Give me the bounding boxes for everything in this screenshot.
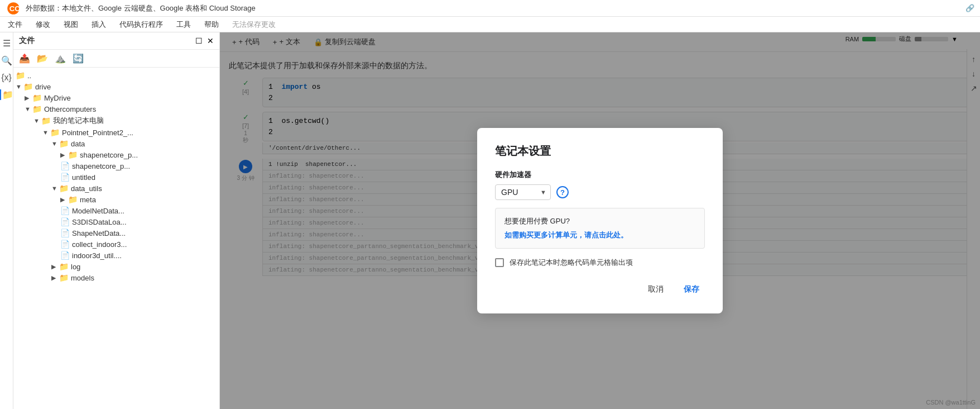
hardware-select[interactable]: 无 GPU TPU: [495, 184, 551, 200]
tree-label-log: log: [71, 263, 80, 271]
tree-label-untitled: untitled: [72, 173, 95, 182]
menu-help[interactable]: 帮助: [202, 18, 221, 31]
sidebar: 文件 ☐ ✕ 📤 📂 ⛰️ 🔄 📁 .. ▼ 📁 drive: [13, 32, 220, 409]
sidebar-tree: 📁 .. ▼ 📁 drive ▶ 📁 MyDrive ▼ 📁 Othercomp…: [13, 68, 219, 409]
shapenetcore2-file-icon: 📄: [60, 161, 70, 170]
tree-item-parent[interactable]: 📁 ..: [13, 70, 219, 81]
tree-label-drive: drive: [35, 83, 51, 91]
tree-arrow-drive: ▼: [16, 83, 23, 90]
tree-item-shapenetcore1[interactable]: ▶ 📁 shapenetcore_p...: [13, 149, 219, 160]
tree-arrow-data: ▼: [51, 140, 59, 147]
collect-file-icon: 📄: [60, 240, 70, 249]
tree-arrow-models: ▶: [51, 274, 59, 282]
menu-edit[interactable]: 修改: [33, 18, 52, 31]
sidebar-close-icon[interactable]: ✕: [207, 36, 214, 45]
tree-arrow-meta: ▶: [60, 196, 68, 203]
tree-label-collect: collect_indoor3...: [72, 240, 127, 249]
tree-item-modelnet[interactable]: 📄 ModelNetData...: [13, 205, 219, 216]
tree-label-mydrive: MyDrive: [44, 94, 71, 102]
menu-tools[interactable]: 工具: [174, 18, 193, 31]
tree-arrow-log: ▶: [51, 263, 59, 270]
tree-arrow-data-utils: ▼: [51, 185, 59, 192]
mydrive-folder-icon: 📁: [32, 93, 42, 102]
content-area: RAM 磁盘 ▼ + + 代码 + + 文本 🔒 复制到云端硬盘: [220, 32, 980, 409]
sidebar-minimize-icon[interactable]: ☐: [195, 36, 203, 45]
modelnet-file-icon: 📄: [60, 206, 70, 215]
hardware-select-wrapper[interactable]: 无 GPU TPU ▼: [495, 184, 551, 200]
tree-label-models: models: [71, 274, 94, 282]
tree-arrow-pointnet: ▼: [42, 129, 50, 136]
top-bar-title: 外部数据：本地文件、Google 云端硬盘、Google 表格和 Cloud S…: [26, 3, 961, 13]
menu-file[interactable]: 文件: [6, 18, 25, 31]
refresh-icon[interactable]: 🔄: [73, 53, 84, 64]
cancel-button[interactable]: 取消: [642, 281, 669, 298]
tree-item-shapenetcore2[interactable]: 📄 shapenetcore_p...: [13, 160, 219, 172]
menu-runtime[interactable]: 代码执行程序: [117, 18, 165, 31]
shapenetcore1-folder-icon: 📁: [68, 150, 78, 159]
log-folder-icon: 📁: [59, 262, 69, 271]
tree-item-s3dis[interactable]: 📄 S3DISDataLoa...: [13, 216, 219, 227]
modal-overlay: 笔记本设置 硬件加速器 无 GPU TPU ▼ ? 想要使用付费 GPU?: [220, 32, 980, 409]
hardware-label: 硬件加速器: [495, 170, 705, 180]
tree-label-shapenetcore2: shapenetcore_p...: [72, 162, 130, 170]
tree-item-drive[interactable]: ▼ 📁 drive: [13, 81, 219, 92]
top-bar-icons: 🔗: [965, 4, 974, 12]
s3dis-file-icon: 📄: [60, 217, 70, 226]
modal-checkbox-row: 保存此笔记本时忽略代码单元格输出项: [495, 258, 705, 268]
tree-item-data[interactable]: ▼ 📁 data: [13, 138, 219, 149]
tree-item-models[interactable]: ▶ 📁 models: [13, 272, 219, 283]
tree-label-data: data: [71, 140, 85, 148]
tree-label-shapenetcore1: shapenetcore_p...: [80, 151, 138, 159]
data-folder-icon: 📁: [59, 139, 69, 148]
upload-icon[interactable]: 📤: [19, 53, 30, 64]
sidebar-controls: ☐ ✕: [195, 36, 214, 45]
search-icon[interactable]: 🔍: [1, 55, 12, 66]
sidebar-title: 文件: [19, 36, 35, 46]
ignore-output-checkbox[interactable]: [495, 258, 504, 267]
link-icon[interactable]: 🔗: [965, 4, 974, 12]
save-button[interactable]: 保存: [678, 281, 705, 298]
tree-item-mypc[interactable]: ▼ 📁 我的笔记本电脑: [13, 115, 219, 127]
parent-folder-icon: 📁: [16, 71, 25, 80]
tree-item-untitled[interactable]: 📄 untitled: [13, 172, 219, 183]
gpu-notice-title: 想要使用付费 GPU?: [505, 216, 695, 226]
tree-item-pointnet[interactable]: ▼ 📁 Pointnet_Pointnet2_...: [13, 127, 219, 138]
mypc-folder-icon: 📁: [41, 116, 51, 125]
gpu-notice-box: 想要使用付费 GPU? 如需购买更多计算单元，请点击此处。: [495, 208, 705, 249]
tree-label-data-utils: data_utils: [71, 184, 102, 193]
tree-item-indoor3d[interactable]: 📄 indoor3d_util....: [13, 250, 219, 261]
menu-insert[interactable]: 插入: [89, 18, 108, 31]
notebook-settings-modal: 笔记本设置 硬件加速器 无 GPU TPU ▼ ? 想要使用付费 GPU?: [477, 128, 723, 313]
tree-item-meta[interactable]: ▶ 📁 meta: [13, 194, 219, 205]
models-folder-icon: 📁: [59, 273, 69, 282]
help-icon[interactable]: ?: [556, 186, 569, 198]
gpu-notice-link[interactable]: 如需购买更多计算单元，请点击此处。: [505, 231, 628, 239]
othercomputers-folder-icon: 📁: [32, 104, 42, 113]
tree-item-shapenetdata[interactable]: 📄 ShapeNetData...: [13, 227, 219, 239]
drive-folder-icon: 📁: [23, 82, 33, 91]
variable-icon[interactable]: {x}: [1, 73, 12, 83]
left-strip: ☰ 🔍 {x} 📁: [0, 32, 13, 409]
files-icon[interactable]: 📁: [0, 89, 13, 100]
menu-bar: 文件 修改 视图 插入 代码执行程序 工具 帮助 无法保存更改: [0, 17, 980, 32]
tree-item-collect[interactable]: 📄 collect_indoor3...: [13, 239, 219, 250]
menu-cannot-save: 无法保存更改: [230, 18, 278, 31]
tree-item-mydrive[interactable]: ▶ 📁 MyDrive: [13, 92, 219, 103]
tree-label-shapenetdata: ShapeNetData...: [72, 229, 126, 237]
top-bar: CO 外部数据：本地文件、Google 云端硬盘、Google 表格和 Clou…: [0, 0, 980, 17]
tree-arrow-shapenetcore1: ▶: [60, 151, 68, 159]
modal-title: 笔记本设置: [495, 144, 705, 159]
ignore-output-label: 保存此笔记本时忽略代码单元格输出项: [510, 258, 633, 268]
tree-item-othercomputers[interactable]: ▼ 📁 Othercomputers: [13, 103, 219, 115]
folder-upload-icon[interactable]: 📂: [37, 53, 48, 64]
sidebar-icon-bar: 📤 📂 ⛰️ 🔄: [13, 50, 219, 68]
tree-item-data-utils[interactable]: ▼ 📁 data_utils: [13, 183, 219, 194]
hardware-select-row: 无 GPU TPU ▼ ?: [495, 184, 705, 200]
cloud-upload-icon[interactable]: ⛰️: [55, 53, 66, 64]
tree-label-modelnet: ModelNetData...: [72, 207, 124, 215]
menu-view[interactable]: 视图: [61, 18, 80, 31]
menu-toggle-icon[interactable]: ☰: [3, 38, 11, 49]
tree-item-log[interactable]: ▶ 📁 log: [13, 261, 219, 272]
tree-label-pointnet: Pointnet_Pointnet2_...: [62, 129, 133, 137]
logo: CO: [6, 1, 21, 16]
